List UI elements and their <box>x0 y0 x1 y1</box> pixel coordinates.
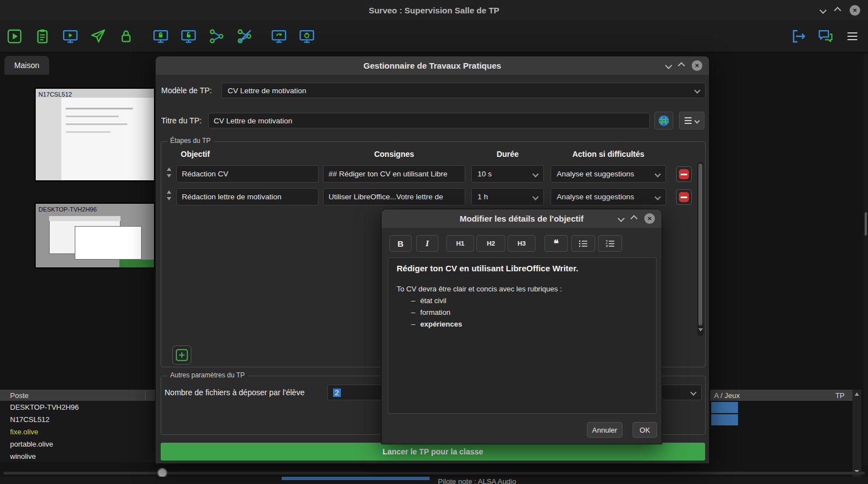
objective-dialog-title: Modifier les détails de l'objectif <box>460 214 584 223</box>
activity-table-header: A / Jeux TP <box>710 390 852 401</box>
status-text: Pilote note : ALSA Audio <box>438 477 516 484</box>
files-count-label: Nombre de fichiers à déposer par l'élève <box>165 388 305 397</box>
move-up-icon[interactable] <box>167 167 171 171</box>
dialog-minimize-icon[interactable] <box>618 215 625 222</box>
heading2-button[interactable]: H2 <box>476 235 505 252</box>
poste-row[interactable]: portable.olive <box>0 438 155 450</box>
scrollbar-handle[interactable] <box>698 164 702 325</box>
move-down-icon[interactable] <box>167 174 171 178</box>
add-icon <box>175 348 189 362</box>
cancel-button[interactable]: Annuler <box>587 422 623 438</box>
consignes-input[interactable] <box>323 165 465 183</box>
activity-scrollbar[interactable] <box>852 390 861 477</box>
dialog-close-icon[interactable]: ✕ <box>692 60 702 71</box>
move-down-icon[interactable] <box>167 197 171 200</box>
objective-dialog-controls: ✕ <box>619 209 655 228</box>
window-minimize-icon[interactable] <box>819 7 827 14</box>
window-close-icon[interactable]: ✕ <box>850 5 860 16</box>
list-dash-icon: – <box>411 295 415 306</box>
client-screen-thumbnail[interactable]: DESKTOP-TVH2H96 <box>35 203 155 269</box>
titre-input[interactable] <box>208 113 650 128</box>
window-maximize-icon[interactable] <box>834 7 841 14</box>
bullet-list-icon[interactable] <box>571 235 595 252</box>
remove-step-button[interactable] <box>676 189 692 205</box>
logout-icon[interactable] <box>790 27 808 45</box>
ok-button[interactable]: OK <box>633 422 657 438</box>
titre-menu-button[interactable] <box>679 112 705 130</box>
row-reorder-controls <box>165 167 173 178</box>
dialog-close-icon[interactable]: ✕ <box>644 213 655 224</box>
quote-icon[interactable]: ❝ <box>544 235 568 252</box>
dialog-maximize-icon[interactable] <box>678 62 685 69</box>
italic-button[interactable]: I <box>416 235 438 252</box>
heading3-button[interactable]: H3 <box>508 235 536 252</box>
scroll-down-icon[interactable] <box>698 328 703 332</box>
duree-combobox[interactable]: 10 s <box>471 165 544 183</box>
objective-text-editor[interactable]: Rédiger ton CV en utilisant LibreOffice … <box>388 257 657 414</box>
dialog-maximize-icon[interactable] <box>630 215 638 222</box>
steps-scrollbar[interactable] <box>697 162 703 336</box>
remove-step-button[interactable] <box>676 166 692 182</box>
column-header-consignes: Consignes <box>323 150 465 160</box>
menu-icon[interactable] <box>843 27 861 45</box>
remove-icon <box>679 169 689 179</box>
action-combobox[interactable]: Analyse et suggestions <box>551 165 666 183</box>
activity-bar[interactable] <box>711 414 738 425</box>
scrollbar-handle[interactable] <box>865 212 867 236</box>
poste-row[interactable]: DESKTOP-TVH2H96 <box>0 401 155 413</box>
objectif-input[interactable] <box>176 165 319 183</box>
screen-play-icon[interactable] <box>61 27 79 45</box>
action-value: Analyse et suggestions <box>557 193 634 201</box>
add-step-button[interactable] <box>172 346 191 365</box>
screen-refresh-icon[interactable] <box>270 27 288 45</box>
lock-icon[interactable] <box>117 27 135 45</box>
ai-assistant-icon[interactable] <box>654 112 673 130</box>
dialog-minimize-icon[interactable] <box>665 62 672 69</box>
column-header-duree: Durée <box>471 150 544 160</box>
heading1-button[interactable]: H1 <box>446 235 474 252</box>
clipboard-tasks-icon[interactable] <box>33 27 51 45</box>
action-combobox[interactable]: Analyse et suggestions <box>551 188 666 205</box>
model-combobox[interactable]: CV Lettre de motivation <box>221 83 706 98</box>
poste-name: N17CSL512 <box>10 415 50 424</box>
list-dash-icon: – <box>411 306 415 318</box>
scroll-up-icon[interactable] <box>855 392 859 396</box>
column-divider <box>145 391 146 400</box>
duree-combobox[interactable]: 1 h <box>471 188 544 205</box>
move-up-icon[interactable] <box>167 190 171 194</box>
poste-row[interactable]: winolive <box>0 450 155 462</box>
horizontal-slider-track[interactable] <box>3 472 865 475</box>
launch-tp-button[interactable]: Lancer le TP pour la classe <box>161 443 705 461</box>
play-screen-icon[interactable] <box>6 27 23 45</box>
poste-header-label: Poste <box>10 391 28 400</box>
activity-bar[interactable] <box>711 402 738 413</box>
share-nodes-off-icon[interactable] <box>235 27 253 45</box>
app-window: Surveo : Supervision Salle de TP ✕ <box>0 0 868 484</box>
chevron-down-icon <box>654 171 660 177</box>
screen-unlock-icon[interactable] <box>180 27 197 45</box>
poste-row[interactable]: N17CSL512 <box>0 413 155 425</box>
window-scrollbar[interactable] <box>864 54 868 466</box>
tp-dialog-controls: ✕ <box>666 56 702 75</box>
screen-lock-icon[interactable] <box>152 27 170 45</box>
objective-dialog-titlebar: Modifier les détails de l'objectif ✕ <box>382 209 662 228</box>
chevron-down-icon <box>532 171 538 177</box>
send-icon[interactable] <box>89 27 107 45</box>
titre-label: Titre du TP: <box>161 116 201 125</box>
bullet-text: expériences <box>420 318 462 330</box>
screen-power-icon[interactable] <box>298 27 316 45</box>
activity-header-tp: TP <box>835 391 852 400</box>
bold-button[interactable]: B <box>389 235 412 252</box>
numbered-list-icon[interactable] <box>598 235 622 252</box>
client-screen-thumbnail[interactable]: N17CSL512 <box>35 88 155 181</box>
chat-icon[interactable] <box>817 27 835 45</box>
editor-bullet-item: – expériences <box>411 318 648 330</box>
tab-maison[interactable]: Maison <box>4 56 49 75</box>
poste-row[interactable]: fixe.olive <box>0 425 155 438</box>
objectif-input[interactable] <box>176 188 319 205</box>
tp-dialog-title: Gestionnaire de Travaux Pratiques <box>364 61 501 70</box>
consignes-input[interactable] <box>323 188 465 205</box>
share-nodes-icon[interactable] <box>208 27 225 45</box>
thumbnail-content <box>66 123 127 125</box>
window-titlebar: Surveo : Supervision Salle de TP ✕ <box>0 0 868 20</box>
